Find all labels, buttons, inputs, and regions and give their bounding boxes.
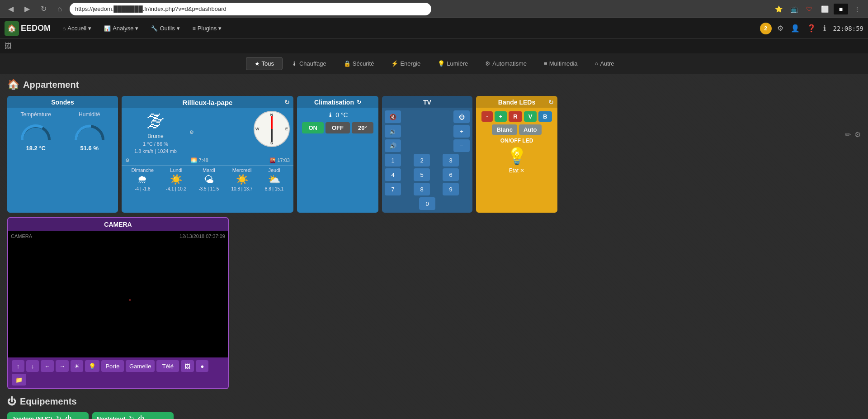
tv-btn-1[interactable]: 1	[385, 154, 401, 167]
more-button[interactable]: ⋮	[851, 3, 863, 15]
clim-body: 🌡 0 °C ON OFF 20°	[297, 108, 378, 137]
home-button[interactable]: ⌂	[53, 3, 66, 15]
cam-right-button[interactable]: →	[56, 360, 69, 372]
cam-tele-button[interactable]: Télé	[156, 360, 179, 372]
cam-up-button[interactable]: ↑	[12, 360, 24, 372]
temp-mercredi: 10.8 | 13.7	[231, 186, 253, 191]
cam-light-bulb-button[interactable]: 💡	[85, 360, 99, 372]
leds-refresh-icon[interactable]: ↻	[548, 99, 554, 106]
cam-gamelle-button[interactable]: Gamelle	[126, 360, 155, 372]
url-bar[interactable]: https://jeedom.███████.fr/index.php?v=d&…	[70, 3, 431, 15]
cam-light-sun-button[interactable]: ☀	[71, 360, 83, 372]
leds-row-1: - + R V B	[480, 111, 554, 122]
leds-blue-button[interactable]: B	[538, 111, 552, 122]
filter-lumiere[interactable]: 💡 Lumière	[429, 57, 476, 70]
temp-mardi: -3.5 | 11.5	[198, 186, 219, 191]
tv-btn-5[interactable]: 5	[414, 168, 430, 181]
equip-jeedom-refresh[interactable]: ↻	[56, 415, 61, 419]
equip-nextcloud-refresh[interactable]: ↻	[129, 415, 134, 419]
tv-btn-0[interactable]: 0	[419, 197, 435, 210]
tv-power-button[interactable]: ⏻	[453, 110, 470, 123]
cast-button[interactable]: 📺	[788, 3, 800, 15]
notification-badge[interactable]: 2	[760, 23, 772, 34]
analyse-nav-icon: 📊	[104, 25, 111, 32]
filter-securite[interactable]: 🔒 Sécurité	[335, 57, 382, 70]
leds-etat-close-icon[interactable]: ✕	[520, 167, 524, 174]
equipements-label: Equipements	[20, 396, 77, 407]
tv-number-grid: 1 2 3 4 5 6 7 8 9	[385, 154, 470, 195]
nav-accueil[interactable]: ⌂ Accueil ▾	[57, 22, 97, 34]
tv-btn-2[interactable]: 2	[414, 154, 430, 167]
tv-vol-down-button[interactable]: 🔉	[385, 125, 401, 138]
plugins-nav-icon: ≡	[193, 25, 196, 32]
tv-plus-button[interactable]: +	[453, 125, 470, 138]
cam-record-button[interactable]: ●	[196, 360, 208, 372]
cam-left-button[interactable]: ←	[41, 360, 54, 372]
tv-center-buttons: ⏻ + −	[453, 110, 470, 152]
cam-photo-button[interactable]: 🖼	[181, 360, 194, 372]
leds-green-button[interactable]: V	[524, 111, 537, 122]
clim-on-button[interactable]: ON	[302, 122, 324, 133]
filter-automatisme[interactable]: ⚙ Automatisme	[477, 57, 535, 70]
leds-bulb-icon[interactable]: 💡	[480, 147, 554, 166]
leds-blanc-button[interactable]: Blanc	[492, 124, 517, 135]
clim-refresh-icon[interactable]: ↻	[357, 99, 361, 105]
tv-btn-6[interactable]: 6	[443, 168, 459, 181]
help-button[interactable]: ❓	[805, 22, 818, 34]
nav-analyse-label: Analyse	[113, 25, 133, 32]
leds-title: Bande LEDs	[498, 99, 535, 106]
weather-refresh-icon[interactable]: ↻	[284, 99, 290, 106]
automatisme-gear-icon: ⚙	[485, 60, 491, 67]
nav-plugins[interactable]: ≡ Plugins ▾	[187, 22, 227, 34]
tv-vol-buttons: 🔇 🔉 🔊	[385, 110, 401, 152]
leds-etat-label: Etat	[509, 167, 519, 174]
filter-chauffage[interactable]: 🌡 Chauffage	[283, 57, 335, 70]
clim-temp-button[interactable]: 20°	[352, 122, 373, 133]
user-button[interactable]: 👤	[789, 22, 802, 34]
menu-button[interactable]: ■	[834, 4, 848, 14]
camera-header: CAMERA	[8, 218, 228, 231]
weather-city: Rillieux-la-pape	[183, 99, 233, 106]
nav-analyse[interactable]: 📊 Analyse ▾	[99, 22, 144, 34]
cam-down-button[interactable]: ↓	[26, 360, 39, 372]
filter-tous[interactable]: ★ Tous	[246, 57, 283, 70]
tv-btn-4[interactable]: 4	[385, 168, 401, 181]
equip-jeedom-power[interactable]: ⏻	[65, 415, 71, 419]
clim-off-button[interactable]: OFF	[326, 122, 350, 133]
leds-red-button[interactable]: R	[509, 111, 522, 122]
tv-btn-9[interactable]: 9	[443, 183, 459, 195]
equip-nextcloud-power[interactable]: ⏻	[138, 415, 144, 419]
tv-btn-3[interactable]: 3	[443, 154, 459, 167]
tv-btn-8[interactable]: 8	[414, 183, 430, 195]
forward-button[interactable]: ▶	[21, 3, 33, 15]
tv-vol-up-button[interactable]: 🔊	[385, 139, 401, 152]
nav-outils[interactable]: 🔧 Outils ▾	[146, 22, 185, 34]
gear-weather-icon: ⚙	[189, 129, 194, 135]
app-navbar: 🏠 EEDOM ⌂ Accueil ▾ 📊 Analyse ▾ 🔧 Outils…	[0, 18, 868, 39]
tv-body: 🔇 🔉 🔊 ⏻ + − 1 2 3	[382, 108, 472, 213]
leds-auto-button[interactable]: Auto	[519, 124, 542, 135]
layout-settings-button[interactable]: ⚙	[854, 130, 861, 139]
filter-multimedia[interactable]: ≡ Multimedia	[536, 57, 585, 70]
settings-cog-button[interactable]: ⚙	[775, 22, 785, 34]
filter-lumiere-label: Lumière	[447, 60, 468, 67]
leds-minus-button[interactable]: -	[481, 111, 492, 122]
leds-plus-button[interactable]: +	[495, 111, 507, 122]
tv-mute-button[interactable]: 🔇	[385, 110, 401, 123]
cam-porte-button[interactable]: Porte	[101, 360, 124, 372]
tv-btn-7[interactable]: 7	[385, 183, 401, 195]
bookmark-button[interactable]: ⭐	[772, 3, 785, 15]
filter-energie[interactable]: ⚡ Energie	[383, 57, 429, 70]
tv-widget: TV 🔇 🔉 🔊 ⏻ + −	[382, 96, 472, 213]
edit-layout-button[interactable]: ✏	[845, 130, 851, 139]
clim-controls: ON OFF 20°	[301, 122, 375, 133]
cam-folder-button[interactable]: 📁	[12, 374, 26, 386]
tv-minus-button[interactable]: −	[453, 139, 470, 152]
reload-button[interactable]: ↻	[37, 3, 50, 15]
filter-autre[interactable]: ○ Autre	[587, 57, 623, 70]
back-button[interactable]: ◀	[5, 3, 17, 15]
security-button[interactable]: 🛡	[803, 3, 816, 15]
screenshot-button[interactable]: ⬜	[818, 3, 831, 15]
tv-zero-row: 0	[385, 197, 470, 210]
info-button[interactable]: ℹ	[821, 22, 828, 34]
